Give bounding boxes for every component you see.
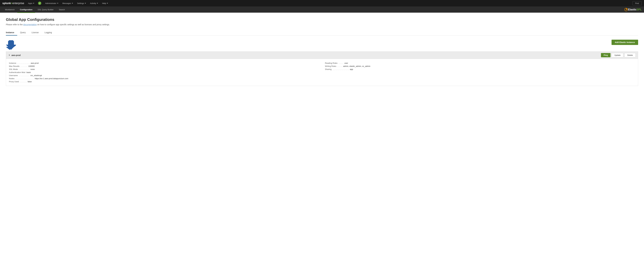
instance-actions: Ping Update Delete bbox=[601, 53, 636, 57]
splunk-logo: splunk>enterprise bbox=[2, 2, 24, 5]
instance-name: aws-prod bbox=[12, 54, 601, 56]
add-elastic-instance-button[interactable]: Add Elastic Instance bbox=[612, 40, 638, 45]
tab-instance[interactable]: Instance bbox=[6, 30, 17, 36]
nav-workbench[interactable]: Workbench bbox=[2, 7, 17, 13]
top-nav: splunk>enterprise Apps Administrator Mes… bbox=[0, 0, 644, 6]
content-area: Add Elastic Instance ▼ aws-prod Ping Upd… bbox=[6, 40, 638, 86]
detail-row-instance: Instance ………………… aws-prod bbox=[9, 62, 319, 65]
update-button[interactable]: Update bbox=[612, 53, 624, 57]
delete-button[interactable]: Delete bbox=[624, 53, 636, 57]
page-description: Please refer to the documentation on how… bbox=[6, 23, 638, 26]
tabs: Instance Query License Logging bbox=[6, 30, 638, 36]
help-caret bbox=[107, 3, 108, 4]
detail-row-auth-mod: Authentication Mod basic bbox=[9, 71, 319, 74]
activity-menu[interactable]: Activity bbox=[88, 0, 100, 6]
instance-details: Instance ………………… aws-prod Max Results ……… bbox=[6, 59, 638, 86]
page-title: Global App Configurations bbox=[6, 17, 638, 22]
detail-row-proxy-used: Proxy Used ………… false bbox=[9, 80, 319, 83]
main-content: Global App Configurations Please refer t… bbox=[0, 13, 644, 259]
instance-details-left: Instance ………………… aws-prod Max Results ……… bbox=[9, 62, 319, 83]
activity-caret bbox=[97, 3, 98, 4]
sub-nav: Workbench Configuration DSL Query Builde… bbox=[0, 6, 644, 13]
settings-menu[interactable]: Settings bbox=[76, 0, 88, 6]
detail-row-writing-roles: Writing Roles ……… admin, elastic_admin, … bbox=[325, 65, 635, 68]
help-menu[interactable]: Help bbox=[100, 0, 110, 6]
apps-menu[interactable]: Apps bbox=[26, 0, 36, 6]
settings-caret bbox=[85, 3, 86, 4]
messages-caret bbox=[72, 3, 73, 4]
elasticspl-logo-icon bbox=[624, 8, 628, 11]
nav-search[interactable]: Search bbox=[56, 7, 68, 13]
nav-dsl-query-builder[interactable]: DSL Query Builder bbox=[35, 7, 56, 13]
instance-details-right: Reading Roles ……… user Writing Roles ………… bbox=[325, 62, 635, 83]
detail-row-reading-roles: Reading Roles ……… user bbox=[325, 62, 635, 65]
find-button[interactable]: Find bbox=[632, 1, 642, 5]
tab-query[interactable]: Query bbox=[20, 30, 29, 36]
detail-row-sharing: Sharing ……………………… app bbox=[325, 68, 635, 71]
detail-row-username: Username ……………… srv_elasticspl bbox=[9, 74, 319, 77]
messages-menu[interactable]: Messages bbox=[61, 0, 74, 6]
documentation-link[interactable]: documentation bbox=[23, 23, 37, 26]
tab-license[interactable]: License bbox=[32, 30, 42, 36]
svg-marker-1 bbox=[6, 41, 16, 50]
ping-button[interactable]: Ping bbox=[601, 53, 610, 57]
tab-logging[interactable]: Logging bbox=[44, 30, 55, 36]
administrator-menu[interactable]: Administrator bbox=[44, 0, 60, 6]
detail-row-max-results: Max Results ………… 100000 bbox=[9, 65, 319, 68]
instance-row: ▼ aws-prod Ping Update Delete bbox=[6, 52, 638, 59]
nav-configuration[interactable]: Configuration bbox=[17, 7, 35, 13]
administrator-caret bbox=[57, 3, 58, 4]
detail-row-nodes: Nodes ………………………… https://es-1.aws-prod.d… bbox=[9, 77, 319, 80]
apps-caret bbox=[33, 3, 34, 4]
instance-chevron-icon: ▼ bbox=[8, 54, 10, 56]
detail-row-ssl-mode: SSL Mode ……………… none bbox=[9, 68, 319, 71]
elasticspl-logo: ElasticSPL bbox=[624, 8, 642, 11]
arrow-icon bbox=[6, 40, 16, 50]
status-ok-icon bbox=[38, 2, 41, 5]
